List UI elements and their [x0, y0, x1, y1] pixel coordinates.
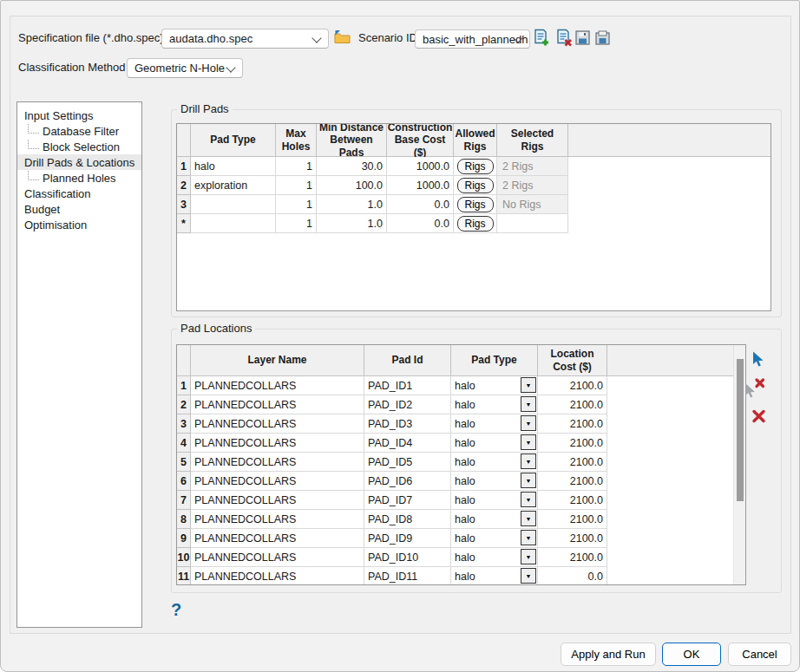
cell-pad-id[interactable]: PAD_ID6 [364, 472, 451, 491]
cell-base-cost[interactable]: 1000.0 [387, 176, 454, 195]
cell-location-cost[interactable]: 0.0 [538, 567, 607, 585]
cell-layer-name[interactable]: PLANNEDCOLLARS [191, 376, 364, 395]
open-folder-button[interactable] [333, 29, 351, 46]
pad-type-dropdown-button[interactable]: ▼ [521, 530, 536, 545]
cancel-button[interactable]: Cancel [728, 643, 791, 666]
sidebar-item-budget[interactable]: Budget [17, 201, 141, 217]
cell-pad-type[interactable]: halo▼ [451, 491, 538, 510]
cell-location-cost[interactable]: 2100.0 [538, 548, 607, 567]
cell-base-cost[interactable]: 0.0 [387, 195, 454, 214]
rigs-button[interactable]: Rigs [457, 159, 494, 174]
cell-min-distance[interactable]: 30.0 [317, 157, 387, 176]
cell-base-cost[interactable]: 0.0 [387, 214, 454, 233]
cell-pad-id[interactable]: PAD_ID8 [364, 510, 451, 529]
cell-pad-id[interactable]: PAD_ID2 [364, 395, 451, 414]
cell-max-holes[interactable]: 1 [276, 157, 317, 176]
pad-type-dropdown-button[interactable]: ▼ [521, 396, 536, 412]
cell-max-holes[interactable]: 1 [276, 214, 317, 233]
cell-pad-type[interactable]: halo▼ [451, 376, 538, 395]
pad-type-dropdown-button[interactable]: ▼ [521, 549, 536, 564]
cell-max-holes[interactable]: 1 [276, 195, 317, 214]
pad-type-dropdown-button[interactable]: ▼ [521, 377, 536, 393]
delete-scenario-button[interactable] [555, 29, 573, 47]
classification-method-combobox[interactable]: Geometric N-Hole [127, 58, 243, 78]
cell-location-cost[interactable]: 2100.0 [538, 414, 607, 434]
cell-pad-id[interactable]: PAD_ID10 [364, 548, 451, 567]
apply-and-run-button[interactable]: Apply and Run [561, 643, 656, 666]
cell-location-cost[interactable]: 2100.0 [538, 434, 607, 453]
cell-pad-type[interactable] [191, 195, 276, 214]
cell-layer-name[interactable]: PLANNEDCOLLARS [191, 567, 364, 585]
rigs-button[interactable]: Rigs [457, 197, 494, 212]
row-header[interactable]: 9 [177, 529, 191, 548]
row-header[interactable]: 2 [177, 395, 191, 414]
cell-location-cost[interactable]: 2100.0 [538, 529, 607, 548]
sidebar-item-database-filter[interactable]: Database Filter [17, 123, 141, 139]
row-header[interactable]: 10 [177, 548, 191, 567]
cell-min-distance[interactable]: 1.0 [317, 214, 387, 233]
cell-pad-type[interactable] [191, 214, 276, 233]
cell-location-cost[interactable]: 2100.0 [538, 510, 607, 529]
cell-pad-id[interactable]: PAD_ID7 [364, 491, 451, 510]
cell-location-cost[interactable]: 2100.0 [538, 472, 607, 491]
cell-pad-type[interactable]: exploration [191, 176, 276, 195]
row-header[interactable]: 5 [177, 453, 191, 472]
rigs-button[interactable]: Rigs [457, 178, 494, 193]
cell-pad-type[interactable]: halo▼ [451, 472, 538, 491]
ok-button[interactable]: OK [662, 643, 721, 666]
cell-pad-id[interactable]: PAD_ID5 [364, 453, 451, 472]
cell-location-cost[interactable]: 2100.0 [538, 453, 607, 472]
cell-layer-name[interactable]: PLANNEDCOLLARS [191, 395, 364, 414]
pad-type-dropdown-button[interactable]: ▼ [521, 473, 536, 488]
sidebar-item-classification[interactable]: Classification [17, 186, 141, 201]
cell-base-cost[interactable]: 1000.0 [387, 157, 454, 176]
cell-pad-id[interactable]: PAD_ID9 [364, 529, 451, 548]
cell-pad-type[interactable]: halo [191, 157, 276, 176]
cell-pad-type[interactable]: halo▼ [451, 414, 538, 434]
cell-pad-type[interactable]: halo▼ [451, 548, 538, 567]
pad-type-dropdown-button[interactable]: ▼ [521, 415, 536, 431]
row-header[interactable]: * [177, 214, 191, 233]
new-scenario-button[interactable] [533, 29, 550, 47]
cell-pad-type[interactable]: halo▼ [451, 529, 538, 548]
delete-pads-button[interactable] [751, 409, 766, 423]
select-pads-button[interactable] [749, 350, 766, 368]
cell-pad-id[interactable]: PAD_ID11 [364, 567, 451, 585]
cell-min-distance[interactable]: 100.0 [317, 176, 387, 195]
cell-pad-type[interactable]: halo▼ [451, 453, 538, 472]
cell-layer-name[interactable]: PLANNEDCOLLARS [191, 434, 364, 453]
cell-pad-type[interactable]: halo▼ [451, 395, 538, 414]
save-button[interactable] [575, 30, 590, 45]
row-header[interactable]: 4 [177, 434, 191, 453]
row-header[interactable]: 1 [177, 376, 191, 395]
sidebar-item-planned-holes[interactable]: Planned Holes [17, 170, 141, 186]
deselect-pads-button[interactable] [742, 376, 766, 400]
pad-type-dropdown-button[interactable]: ▼ [521, 492, 536, 507]
cell-layer-name[interactable]: PLANNEDCOLLARS [191, 414, 364, 434]
spec-file-combobox[interactable]: audata.dho.spec [161, 29, 329, 49]
sidebar-item-drill-pads-locations[interactable]: Drill Pads & Locations [17, 154, 141, 170]
row-header[interactable]: 8 [177, 510, 191, 529]
cell-layer-name[interactable]: PLANNEDCOLLARS [191, 472, 364, 491]
pad-type-dropdown-button[interactable]: ▼ [521, 511, 536, 526]
pad-type-dropdown-button[interactable]: ▼ [521, 568, 536, 584]
cell-pad-type[interactable]: halo▼ [451, 567, 538, 585]
cell-layer-name[interactable]: PLANNEDCOLLARS [191, 529, 364, 548]
cell-min-distance[interactable]: 1.0 [317, 195, 387, 214]
row-header[interactable]: 1 [177, 157, 191, 176]
row-header[interactable]: 6 [177, 472, 191, 491]
cell-pad-id[interactable]: PAD_ID4 [364, 434, 451, 453]
pad-type-dropdown-button[interactable]: ▼ [521, 453, 536, 469]
sidebar-item-block-selection[interactable]: Block Selection [17, 139, 141, 154]
cell-layer-name[interactable]: PLANNEDCOLLARS [191, 491, 364, 510]
scenario-id-combobox[interactable]: basic_with_plannedh [415, 29, 530, 49]
cell-pad-id[interactable]: PAD_ID1 [364, 376, 451, 395]
row-header[interactable]: 3 [177, 195, 191, 214]
row-header[interactable]: 7 [177, 491, 191, 510]
save-as-button[interactable] [595, 30, 610, 45]
help-button[interactable]: ? [166, 599, 187, 621]
cell-pad-type[interactable]: halo▼ [451, 510, 538, 529]
cell-layer-name[interactable]: PLANNEDCOLLARS [191, 453, 364, 472]
row-header[interactable]: 11 [177, 567, 191, 585]
cell-pad-id[interactable]: PAD_ID3 [364, 414, 451, 434]
